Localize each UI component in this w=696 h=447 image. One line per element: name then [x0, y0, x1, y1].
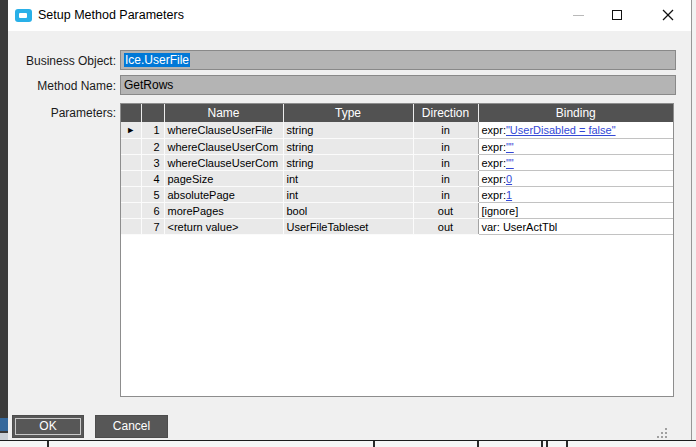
param-type-cell: UserFileTableset	[283, 219, 413, 235]
minimize-icon	[573, 15, 584, 16]
parameter-row: 5 absolutePage int in expr:1	[121, 187, 673, 203]
current-row-arrow-icon: ►	[126, 125, 135, 135]
param-binding-cell[interactable]: var: UserActTbl	[478, 219, 673, 235]
binding-value-link[interactable]: 0	[506, 173, 512, 185]
background-tick	[477, 441, 479, 447]
maximize-button[interactable]	[602, 0, 632, 30]
row-selector-cell[interactable]	[121, 139, 141, 155]
row-number-cell: 2	[141, 139, 164, 155]
param-direction-cell: in	[413, 187, 478, 203]
grid-header-row: Name Type Direction Binding	[121, 104, 673, 122]
row-number-cell: 4	[141, 171, 164, 187]
parameter-row: 6 morePages bool out [ignore]	[121, 203, 673, 219]
row-selector-cell[interactable]	[121, 187, 141, 203]
row-number-cell: 6	[141, 203, 164, 219]
param-direction-cell: in	[413, 155, 478, 171]
background-tick	[373, 441, 375, 447]
background-tick	[47, 441, 49, 447]
maximize-icon	[612, 10, 622, 20]
param-name-cell: whereClauseUserCom	[164, 155, 283, 171]
parameter-row: ► 1 whereClauseUserFile string in expr:"…	[121, 122, 673, 139]
parameter-row: 4 pageSize int in expr:0	[121, 171, 673, 187]
param-name-cell: absolutePage	[164, 187, 283, 203]
binding-value-link[interactable]: "UserDisabled = false"	[506, 124, 616, 136]
grid-header-selector	[121, 104, 141, 122]
binding-prefix: expr:	[482, 124, 506, 136]
method-name-value: GetRows	[124, 78, 173, 92]
parameter-row: 7 <return value> UserFileTableset out va…	[121, 219, 673, 235]
param-binding-cell[interactable]: [ignore]	[478, 203, 673, 219]
binding-value-link[interactable]: ""	[506, 157, 514, 169]
param-type-cell: string	[283, 122, 413, 139]
param-name-cell: <return value>	[164, 219, 283, 235]
background-tick	[541, 441, 543, 447]
background-window-bottom-edge	[0, 440, 696, 447]
binding-prefix: expr:	[482, 157, 506, 169]
param-type-cell: int	[283, 187, 413, 203]
parameter-row: 3 whereClauseUserCom string in expr:""	[121, 155, 673, 171]
close-button[interactable]	[653, 0, 683, 30]
method-name-field[interactable]: GetRows	[120, 75, 676, 95]
background-fragment	[0, 418, 8, 431]
grid-header-rownum	[141, 104, 164, 122]
dialog-title: Setup Method Parameters	[38, 8, 184, 22]
parameter-row: 2 whereClauseUserCom string in expr:""	[121, 139, 673, 155]
param-direction-cell: out	[413, 203, 478, 219]
ok-button[interactable]: OK	[12, 415, 84, 438]
binding-prefix: expr:	[482, 189, 506, 201]
app-icon	[15, 9, 32, 22]
row-number-cell: 5	[141, 187, 164, 203]
setup-method-parameters-dialog: Setup Method Parameters Business Object:…	[8, 0, 692, 440]
row-number-cell: 7	[141, 219, 164, 235]
param-type-cell: bool	[283, 203, 413, 219]
parameters-table: Name Type Direction Binding ► 1 whereCla…	[121, 104, 673, 235]
binding-value-link[interactable]: 1	[506, 189, 512, 201]
business-object-label: Business Object:	[18, 54, 116, 68]
param-binding-cell[interactable]: expr:""	[478, 139, 673, 155]
param-binding-cell[interactable]: expr:"UserDisabled = false"	[478, 122, 673, 139]
param-direction-cell: out	[413, 219, 478, 235]
row-selector-cell[interactable]	[121, 155, 141, 171]
binding-value-link[interactable]: var: UserActTbl	[482, 221, 558, 233]
grid-header-type[interactable]: Type	[283, 104, 413, 122]
resize-grip-icon[interactable]	[657, 428, 669, 440]
binding-prefix: expr:	[482, 141, 506, 153]
param-type-cell: string	[283, 139, 413, 155]
minimize-button[interactable]	[563, 0, 593, 30]
title-bar[interactable]: Setup Method Parameters	[8, 0, 691, 31]
param-type-cell: string	[283, 155, 413, 171]
param-type-cell: int	[283, 171, 413, 187]
method-name-label: Method Name:	[18, 79, 116, 93]
grid-header-binding[interactable]: Binding	[478, 104, 673, 122]
param-direction-cell: in	[413, 122, 478, 139]
param-direction-cell: in	[413, 139, 478, 155]
grid-header-name[interactable]: Name	[164, 104, 283, 122]
param-direction-cell: in	[413, 171, 478, 187]
close-icon	[662, 9, 674, 21]
binding-prefix: expr:	[482, 173, 506, 185]
row-selector-cell[interactable]	[121, 203, 141, 219]
business-object-value: Ice.UserFile	[124, 53, 190, 67]
param-binding-cell[interactable]: expr:0	[478, 171, 673, 187]
binding-value-link[interactable]: ""	[506, 141, 514, 153]
row-number-cell: 1	[141, 122, 164, 139]
business-object-field[interactable]: Ice.UserFile	[120, 50, 676, 70]
parameters-grid: Name Type Direction Binding ► 1 whereCla…	[120, 103, 674, 397]
cancel-button[interactable]: Cancel	[95, 415, 168, 438]
row-selector-cell[interactable]	[121, 219, 141, 235]
binding-value-link[interactable]: [ignore]	[482, 205, 519, 217]
background-tick	[566, 441, 568, 447]
param-name-cell: pageSize	[164, 171, 283, 187]
row-selector-cell[interactable]: ►	[121, 122, 141, 139]
background-tick	[546, 441, 548, 447]
row-selector-cell[interactable]	[121, 171, 141, 187]
parameters-label: Parameters:	[18, 106, 116, 120]
background-window-left-edge	[0, 0, 8, 447]
row-number-cell: 3	[141, 155, 164, 171]
param-name-cell: whereClauseUserFile	[164, 122, 283, 139]
param-name-cell: whereClauseUserCom	[164, 139, 283, 155]
param-binding-cell[interactable]: expr:1	[478, 187, 673, 203]
grid-header-direction[interactable]: Direction	[413, 104, 478, 122]
param-name-cell: morePages	[164, 203, 283, 219]
param-binding-cell[interactable]: expr:""	[478, 155, 673, 171]
